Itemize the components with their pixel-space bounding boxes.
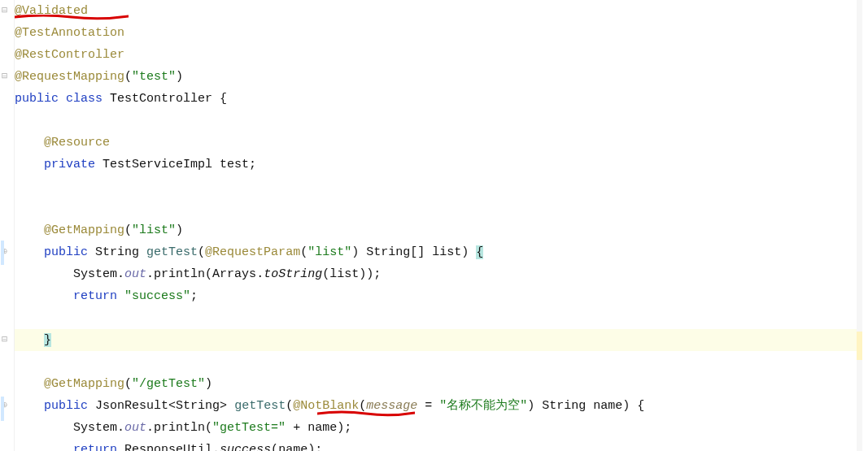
static-field: out: [124, 267, 146, 281]
string-literal: "名称不能为空": [439, 399, 527, 413]
punct: .: [117, 421, 124, 435]
code-line[interactable]: return ResponseUtil.success(name):: [15, 439, 862, 451]
punct: (: [205, 421, 212, 435]
punct: (: [205, 267, 212, 281]
type-name: JsonResult: [95, 399, 168, 413]
code-line[interactable]: @GetMapping("list"): [15, 219, 862, 241]
type-name: String: [176, 399, 220, 413]
type-name: String: [542, 399, 586, 413]
identifier: name: [593, 399, 622, 413]
punct: ): [461, 245, 476, 259]
code-line[interactable]: return "success";: [15, 285, 862, 307]
punct: ;: [249, 158, 256, 171]
operator: +: [293, 421, 300, 435]
punct: ));: [359, 267, 381, 281]
code-line[interactable]: @GetMapping("/getTest"): [15, 373, 862, 395]
string-literal: "success": [124, 289, 190, 303]
punct: {: [212, 92, 227, 106]
punct: .: [117, 267, 124, 281]
hand-underline-icon: [317, 410, 415, 413]
code-line[interactable]: public JsonResult<String> getTest(@NotBl…: [15, 395, 862, 417]
type-name: String: [95, 245, 139, 259]
fold-collapse-icon[interactable]: ⊟: [2, 336, 10, 344]
fold-collapse-icon[interactable]: ⊟: [2, 7, 10, 15]
keyword: public: [44, 245, 88, 259]
punct: (: [198, 245, 205, 259]
matched-brace: {: [476, 245, 483, 259]
identifier: name: [308, 421, 337, 435]
punct: .: [256, 267, 264, 281]
punct: ): [176, 223, 183, 237]
punct: ): [205, 377, 212, 391]
punct: ;: [190, 289, 198, 303]
string-literal: "list": [132, 223, 176, 237]
keyword: private: [44, 158, 95, 171]
annotation: @GetMapping: [44, 377, 124, 391]
punct: =: [417, 399, 439, 413]
code-line[interactable]: @Validated: [15, 0, 862, 22]
code-line[interactable]: @RequestMapping("test"): [15, 66, 862, 88]
type-name: TestController: [110, 92, 212, 106]
annotation: @TestAnnotation: [15, 26, 124, 40]
punct: (: [300, 245, 308, 259]
scrollbar-track[interactable]: [857, 0, 862, 451]
code-line-highlighted[interactable]: }: [15, 329, 862, 351]
method-call: println: [154, 421, 205, 435]
string-literal: "getTest=": [212, 421, 286, 435]
gutter: ⊟ ⊟ ⊕ ⊟ ⊕: [0, 0, 15, 451]
annotation: @RequestParam: [205, 245, 300, 259]
method-call: println: [154, 267, 205, 281]
string-literal: "test": [132, 70, 176, 84]
identifier: list: [432, 245, 461, 259]
code-line[interactable]: public String getTest(@RequestParam("lis…: [15, 241, 862, 263]
code-line[interactable]: [15, 307, 862, 329]
punct: ): [351, 245, 359, 259]
code-editor[interactable]: ⊟ ⊟ ⊕ ⊟ ⊕ @Validated @TestAnnotation @Re…: [0, 0, 862, 451]
punct: ) {: [622, 399, 644, 413]
punct: >: [220, 399, 227, 413]
code-line[interactable]: private TestServiceImpl test;: [15, 154, 862, 176]
identifier: list: [329, 267, 359, 281]
identifier: name: [278, 443, 308, 451]
identifier: test: [220, 158, 249, 171]
punct: ): [176, 70, 183, 84]
code-line[interactable]: public class TestController {: [15, 88, 862, 110]
static-method: success: [220, 443, 271, 451]
code-line[interactable]: [15, 110, 862, 132]
code-line[interactable]: [15, 351, 862, 373]
punct: (: [271, 443, 278, 451]
annotation: @RestController: [15, 48, 124, 62]
punct: ):: [308, 443, 322, 451]
vcs-change-marker[interactable]: [1, 397, 4, 421]
punct: ): [527, 399, 534, 413]
code-line[interactable]: System.out.println("getTest=" + name);: [15, 417, 862, 439]
keyword: public: [44, 399, 88, 413]
code-line[interactable]: @Resource: [15, 132, 862, 154]
matched-brace: }: [44, 333, 51, 347]
vcs-change-marker[interactable]: [1, 241, 4, 265]
punct: (: [124, 70, 132, 84]
type-name: System: [73, 267, 117, 281]
code-line[interactable]: @TestAnnotation: [15, 22, 862, 44]
annotation: @RequestMapping: [15, 70, 124, 84]
annotation: @GetMapping: [44, 223, 124, 237]
code-area[interactable]: @Validated @TestAnnotation @RestControll…: [15, 0, 862, 451]
fold-collapse-icon[interactable]: ⊟: [2, 72, 10, 80]
annotation: @Resource: [44, 136, 110, 150]
type-name: System: [73, 421, 117, 435]
method-name: getTest: [146, 245, 198, 259]
code-line[interactable]: @RestController: [15, 44, 862, 66]
static-method: toString: [264, 267, 322, 281]
punct: (: [124, 223, 132, 237]
keyword: public: [15, 92, 59, 106]
keyword: return: [73, 289, 117, 303]
method-name: getTest: [234, 399, 286, 413]
keyword: return: [73, 443, 117, 451]
type-name: Arrays: [212, 267, 256, 281]
type-name: TestServiceImpl: [103, 158, 212, 171]
code-line[interactable]: [15, 176, 862, 197]
code-line[interactable]: System.out.println(Arrays.toString(list)…: [15, 263, 862, 285]
code-line[interactable]: [15, 197, 862, 219]
scrollbar-warning-marker[interactable]: [857, 332, 862, 360]
hand-underline-icon: [15, 15, 129, 17]
